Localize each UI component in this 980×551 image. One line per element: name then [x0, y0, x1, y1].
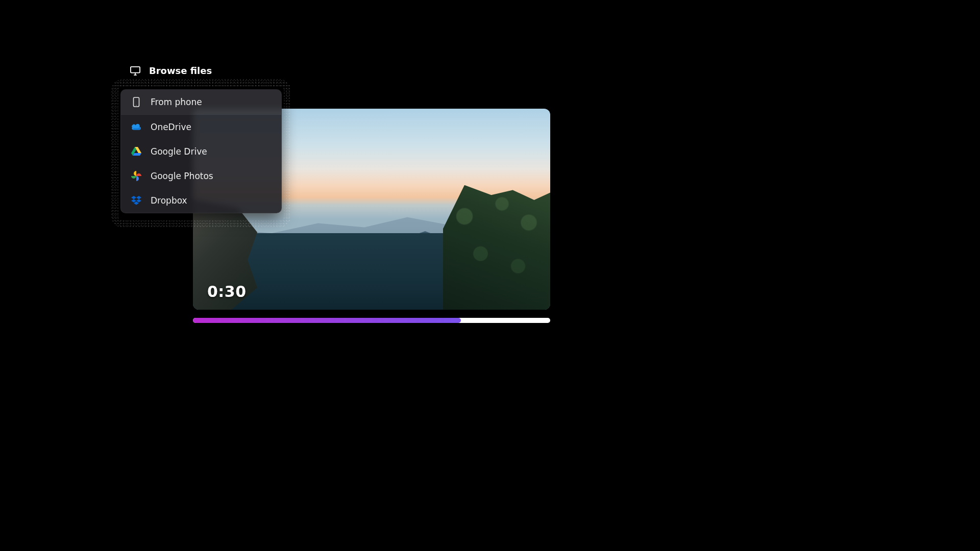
menu-item-google-drive[interactable]: Google Drive	[121, 139, 281, 164]
onedrive-icon	[131, 122, 141, 132]
menu-item-label: Google Drive	[151, 146, 207, 157]
google-photos-icon	[131, 171, 141, 181]
browse-files-label: Browse files	[149, 65, 212, 76]
phone-icon	[131, 97, 141, 107]
source-menu-container: From phone OneDrive Google Drive	[111, 79, 291, 228]
source-menu: From phone OneDrive Google Drive	[120, 89, 282, 213]
menu-item-google-photos[interactable]: Google Photos	[121, 164, 281, 188]
google-drive-icon	[131, 146, 141, 157]
menu-item-label: OneDrive	[151, 122, 191, 132]
browse-files-button[interactable]: Browse files	[130, 65, 212, 76]
svg-point-2	[136, 105, 136, 106]
menu-item-label: Google Photos	[151, 171, 213, 181]
video-timestamp: 0:30	[207, 283, 247, 300]
menu-item-onedrive[interactable]: OneDrive	[121, 115, 281, 139]
menu-item-label: From phone	[151, 97, 202, 107]
menu-item-from-phone[interactable]: From phone	[121, 90, 281, 114]
progress-bar[interactable]	[193, 318, 550, 323]
menu-item-dropbox[interactable]: Dropbox	[121, 188, 281, 213]
monitor-icon	[130, 66, 141, 76]
dropbox-icon	[131, 195, 141, 206]
progress-fill	[193, 318, 461, 323]
menu-item-label: Dropbox	[151, 195, 187, 206]
svg-rect-0	[131, 66, 140, 72]
